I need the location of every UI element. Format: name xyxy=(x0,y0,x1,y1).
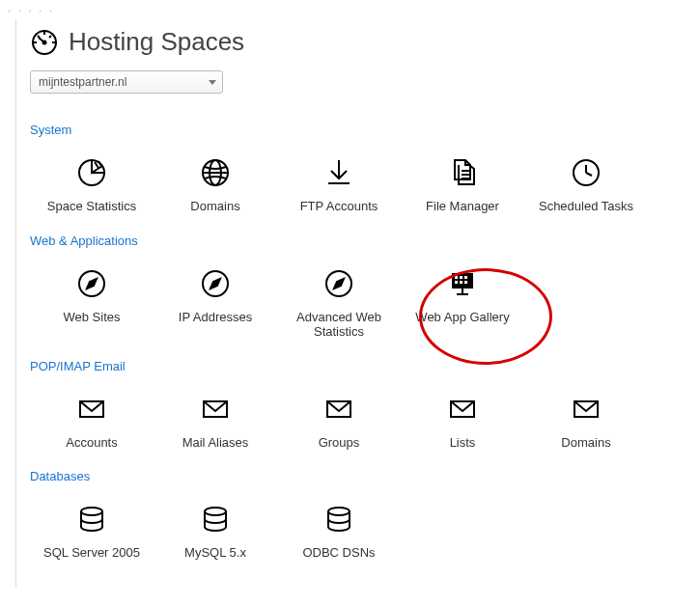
svg-point-43 xyxy=(205,508,226,515)
svg-line-21 xyxy=(586,173,592,176)
item-label: ODBC DSNs xyxy=(302,545,375,561)
svg-point-42 xyxy=(81,508,102,515)
item-label: FTP Accounts xyxy=(300,199,378,214)
svg-marker-25 xyxy=(210,279,220,289)
monitor-grid-icon xyxy=(446,265,479,302)
envelope-icon xyxy=(199,391,232,427)
svg-rect-31 xyxy=(464,276,467,279)
space-select[interactable]: mijntestpartner.nl xyxy=(30,70,223,94)
section-db-label[interactable]: Databases xyxy=(30,469,90,483)
svg-marker-27 xyxy=(334,279,344,289)
item-scheduled-tasks[interactable]: Scheduled Tasks xyxy=(524,145,648,222)
item-sql-server[interactable]: SQL Server 2005 xyxy=(30,491,154,568)
download-icon xyxy=(322,154,355,191)
section-email-row: Accounts Mail Aliases Groups Lists Domai… xyxy=(30,381,682,458)
hosting-spaces-panel: Hosting Spaces mijntestpartner.nl System… xyxy=(15,19,691,588)
item-label: IP Addresses xyxy=(179,310,252,325)
space-select-value: mijntestpartner.nl xyxy=(39,75,126,89)
item-label: Space Statistics xyxy=(47,199,137,214)
decorative-dots: · · · · · xyxy=(0,0,700,19)
item-mysql[interactable]: MySQL 5.x xyxy=(154,491,277,568)
item-mail-aliases[interactable]: Mail Aliases xyxy=(154,381,277,458)
database-icon xyxy=(199,501,232,537)
item-label: Web App Gallery xyxy=(415,310,509,325)
files-icon xyxy=(446,154,479,191)
item-label: Advanced Web Statistics xyxy=(281,310,397,340)
svg-line-6 xyxy=(49,36,51,38)
item-ftp-accounts[interactable]: FTP Accounts xyxy=(277,145,401,222)
svg-line-9 xyxy=(95,162,98,168)
item-label: Web Sites xyxy=(63,310,120,325)
section-web-row: Web Sites IP Addresses Advanced Web Stat… xyxy=(30,256,682,347)
compass-icon xyxy=(75,265,108,302)
svg-rect-30 xyxy=(460,276,462,279)
item-label: Scheduled Tasks xyxy=(539,199,633,214)
section-db-row: SQL Server 2005 MySQL 5.x ODBC DSNs xyxy=(30,491,682,568)
item-email-groups[interactable]: Groups xyxy=(277,381,401,458)
globe-icon xyxy=(199,154,232,191)
item-label: Groups xyxy=(319,435,360,451)
svg-line-7 xyxy=(38,36,40,38)
item-odbc-dsns[interactable]: ODBC DSNs xyxy=(277,491,401,568)
section-system-label[interactable]: System xyxy=(30,123,71,137)
svg-rect-32 xyxy=(455,281,458,284)
svg-point-44 xyxy=(328,508,350,515)
svg-marker-23 xyxy=(87,279,97,289)
envelope-icon xyxy=(446,391,479,427)
envelope-icon xyxy=(570,391,602,427)
compass-icon xyxy=(199,265,232,302)
item-label: Mail Aliases xyxy=(182,435,249,451)
database-icon xyxy=(75,501,108,537)
item-label: File Manager xyxy=(426,199,499,214)
section-system-row: Space Statistics Domains FTP Accounts Fi… xyxy=(30,145,682,222)
item-label: Accounts xyxy=(66,435,117,451)
item-email-domains[interactable]: Domains xyxy=(524,381,648,458)
item-web-sites[interactable]: Web Sites xyxy=(30,256,154,347)
pie-chart-icon xyxy=(75,154,108,191)
item-label: SQL Server 2005 xyxy=(43,545,140,561)
page-title-row: Hosting Spaces xyxy=(30,27,682,57)
clock-icon xyxy=(570,154,602,191)
section-web-label[interactable]: Web & Applications xyxy=(30,234,138,248)
svg-rect-34 xyxy=(464,281,467,284)
compass-icon xyxy=(322,265,355,302)
envelope-icon xyxy=(75,391,108,427)
svg-rect-33 xyxy=(460,281,462,284)
item-label: Lists xyxy=(450,435,476,451)
svg-rect-29 xyxy=(455,276,458,279)
page-title: Hosting Spaces xyxy=(69,27,244,57)
section-email-label[interactable]: POP/IMAP Email xyxy=(30,359,126,373)
svg-line-10 xyxy=(98,161,101,166)
chevron-down-icon xyxy=(209,80,216,85)
envelope-icon xyxy=(322,391,355,427)
item-space-statistics[interactable]: Space Statistics xyxy=(30,145,154,222)
gauge-icon xyxy=(30,28,59,57)
item-domains[interactable]: Domains xyxy=(154,145,277,222)
item-advanced-web-statistics[interactable]: Advanced Web Statistics xyxy=(277,256,401,347)
item-ip-addresses[interactable]: IP Addresses xyxy=(154,256,277,347)
item-label: MySQL 5.x xyxy=(184,545,246,561)
item-email-lists[interactable]: Lists xyxy=(401,381,524,458)
item-label: Domains xyxy=(190,199,239,214)
database-icon xyxy=(322,501,355,537)
item-label: Domains xyxy=(561,435,610,451)
item-file-manager[interactable]: File Manager xyxy=(401,145,524,222)
item-email-accounts[interactable]: Accounts xyxy=(30,381,154,458)
item-web-app-gallery[interactable]: Web App Gallery xyxy=(401,256,524,347)
svg-point-2 xyxy=(43,41,46,43)
